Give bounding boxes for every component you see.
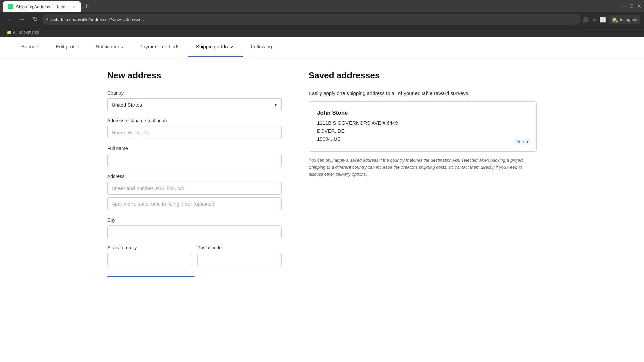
new-address-title: New address (107, 70, 282, 81)
bookmarks-item[interactable]: 📁 All Bookmarks (4, 29, 42, 35)
incognito-label: Incognito (620, 17, 637, 22)
close-button[interactable]: ✕ (637, 3, 641, 9)
maximize-button[interactable]: □ (630, 3, 633, 9)
progress-bar-container (107, 276, 282, 277)
address-bar[interactable]: kickstarter.com/profile/addresses?view=a… (42, 14, 581, 25)
reload-button[interactable]: ↻ (30, 14, 40, 25)
camera-off-icon: 🎥 (583, 16, 589, 23)
state-group: State/Territory (107, 245, 192, 266)
state-input[interactable] (107, 253, 192, 266)
tab-notifications[interactable]: Notifications (88, 37, 131, 57)
forward-button[interactable]: → (17, 14, 28, 25)
tab-shipping-address[interactable]: Shipping address (188, 37, 243, 57)
tablet-icon[interactable]: ⬜ (599, 16, 606, 23)
minimize-button[interactable]: ─ (622, 3, 626, 10)
postal-input[interactable] (197, 253, 282, 266)
nickname-label: Address nickname (optional) (107, 118, 282, 123)
saved-address-name: John Stone (317, 110, 528, 116)
tab-favicon (8, 4, 13, 9)
fullname-group: Full name (107, 146, 282, 167)
bookmarks-folder-icon: 📁 (7, 30, 12, 35)
address-label: Address (107, 174, 282, 179)
url-text: kickstarter.com/profile/addresses?view=a… (46, 17, 144, 22)
city-input[interactable] (107, 225, 282, 238)
tab-following[interactable]: Following (243, 37, 280, 57)
country-select-wrapper: United States Canada United Kingdom Aust… (107, 98, 282, 111)
new-address-section: New address Country United States Canada… (107, 70, 282, 277)
postal-label: Postal code (197, 245, 282, 250)
tab-account[interactable]: Account (13, 37, 48, 57)
saved-addresses-description: Easily apply one shipping address to all… (309, 90, 537, 96)
country-group: Country United States Canada United King… (107, 90, 282, 111)
fullname-label: Full name (107, 146, 282, 151)
incognito-icon: 🕵 (611, 16, 618, 23)
postal-group: Postal code (197, 245, 282, 266)
tab-edit-profile[interactable]: Edit profile (48, 37, 88, 57)
bookmarks-label: All Bookmarks (13, 30, 39, 35)
country-label: Country (107, 90, 282, 96)
city-group: City (107, 217, 282, 238)
saved-address-line2: DOVER, DE (317, 127, 528, 135)
tab-close-button[interactable]: ✕ (72, 4, 76, 9)
tab-payment-methods[interactable]: Payment methods (131, 37, 188, 57)
saved-address-card: John Stone 1111B S GOVERNORS AVE # 6449 … (309, 101, 537, 152)
new-tab-button[interactable]: + (81, 0, 92, 12)
saved-address-line1: 1111B S GOVERNORS AVE # 6449 (317, 119, 528, 127)
address-group: Address (107, 174, 282, 210)
nickname-group: Address nickname (optional) (107, 118, 282, 139)
state-label: State/Territory (107, 245, 192, 250)
delete-address-button[interactable]: Delete (515, 139, 530, 144)
address-line1-input[interactable] (107, 182, 282, 195)
fullname-input[interactable] (107, 154, 282, 167)
bookmark-icon[interactable]: ☆ (592, 16, 597, 23)
city-label: City (107, 217, 282, 223)
page-nav: Account Edit profile Notifications Payme… (0, 37, 644, 57)
state-postal-row: State/Territory Postal code (107, 245, 282, 273)
saved-addresses-section: Saved addresses Easily apply one shippin… (309, 70, 537, 277)
country-select[interactable]: United States Canada United Kingdom Aust… (107, 98, 282, 111)
back-button[interactable]: ← (4, 14, 15, 25)
nickname-input[interactable] (107, 126, 282, 139)
tab-title: Shipping Address — Kickstarter (16, 4, 70, 9)
saved-addresses-title: Saved addresses (309, 70, 537, 81)
saved-address-line3: 19904, US (317, 135, 528, 143)
browser-tab[interactable]: Shipping Address — Kickstarter ✕ (3, 1, 81, 12)
incognito-button[interactable]: 🕵 Incognito (609, 15, 640, 24)
progress-bar (107, 276, 195, 277)
address-line2-input[interactable] (107, 197, 282, 210)
saved-addresses-note: You can only apply a saved address if th… (309, 157, 537, 178)
